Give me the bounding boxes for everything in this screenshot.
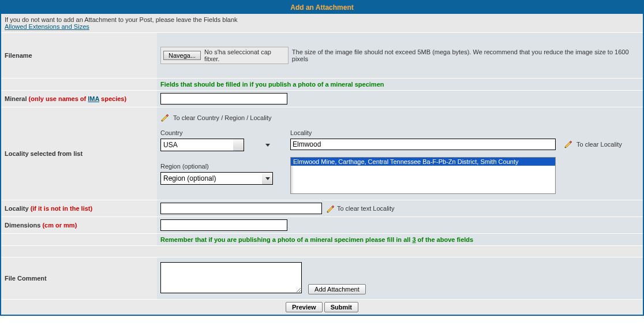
locality-free-label: Locality [5, 205, 31, 212]
mineral-input[interactable] [160, 93, 287, 104]
mineral-hint-pre: (only use names of [29, 95, 88, 102]
region-label: Region (optional) [160, 163, 273, 170]
clear-locality-label: To clear Locality [576, 141, 622, 148]
intro-text: If you do not want to add an Attachment … [5, 16, 238, 23]
locality-suggestions[interactable]: Elmwood Mine, Carthage, Central Tennesse… [290, 157, 556, 194]
locality-label: Locality [290, 129, 622, 136]
spacer [1, 234, 157, 246]
clear-all-label: To clear Country / Region / Locality [173, 114, 272, 121]
file-status: No s'ha seleccionat cap fitxer. [204, 48, 286, 62]
header-title: Add an Attachment [1, 1, 643, 14]
green-note-1: Fields that should be filled in if you p… [160, 81, 384, 88]
file-comment-textarea[interactable] [160, 262, 302, 293]
mineral-label: Mineral [5, 95, 29, 102]
country-label: Country [160, 129, 273, 136]
dimensions-input[interactable] [160, 219, 287, 231]
ima-link[interactable]: IMA [88, 95, 99, 102]
locality-list-label: Locality selected from list [1, 107, 157, 200]
locality-suggestion-item[interactable]: Elmwood Mine, Carthage, Central Tennesse… [291, 158, 555, 166]
dimensions-hint: (cm or mm) [42, 222, 77, 229]
file-comment-label: File Comment [1, 257, 157, 300]
intro-block: If you do not want to add an Attachment … [1, 14, 643, 32]
allowed-extensions-link[interactable]: Allowed Extensions and Sizes [5, 23, 89, 30]
spacer [1, 79, 157, 91]
mineral-hint-post: species) [99, 95, 126, 102]
pencil-icon[interactable] [326, 204, 335, 214]
svg-marker-0 [162, 115, 167, 121]
file-browse-button[interactable]: Navega... [163, 51, 201, 60]
locality-free-input[interactable] [160, 203, 322, 214]
pencil-icon[interactable] [160, 113, 170, 122]
filename-label: Filename [1, 33, 157, 79]
region-select[interactable]: Region (optional) [160, 172, 273, 185]
file-size-hint: The size of the image file should not ex… [292, 48, 639, 62]
preview-button[interactable]: Preview [286, 302, 323, 312]
svg-marker-3 [565, 142, 571, 148]
add-attachment-button[interactable]: Add Attachment [308, 284, 366, 294]
locality-free-hint: (if it is not in the list) [31, 205, 93, 212]
pencil-icon[interactable] [564, 140, 573, 149]
locality-input[interactable] [290, 139, 556, 150]
submit-button[interactable]: Submit [324, 302, 358, 312]
green-note-2: Remember that if you are publishing a ph… [160, 236, 473, 243]
clear-text-locality-label: To clear text Locality [337, 205, 395, 212]
svg-marker-6 [327, 207, 333, 212]
country-select[interactable]: USA [160, 139, 244, 151]
dimensions-label: Dimensions [5, 222, 42, 229]
